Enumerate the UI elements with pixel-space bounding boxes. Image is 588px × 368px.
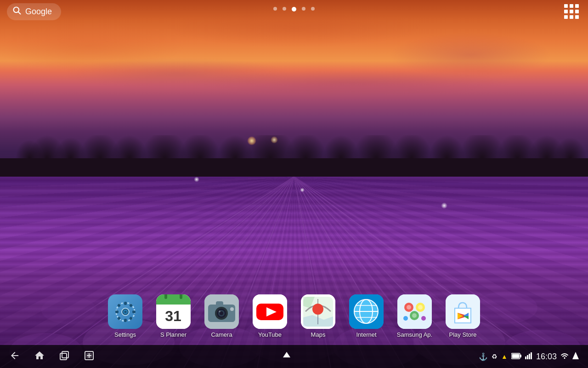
top-bar: Google [0, 0, 588, 23]
recent-apps-button[interactable] [59, 350, 70, 363]
svg-point-105 [564, 357, 565, 359]
svg-point-84 [412, 313, 417, 318]
svg-point-83 [418, 305, 423, 310]
svg-text:31: 31 [165, 308, 181, 324]
search-icon [12, 6, 22, 17]
svg-marker-106 [572, 352, 579, 359]
settings-label: Settings [114, 331, 136, 338]
svg-rect-43 [132, 310, 136, 313]
svg-rect-101 [525, 356, 526, 359]
svg-rect-99 [512, 354, 519, 358]
splanner-icon: 31 [156, 294, 191, 329]
svg-rect-92 [60, 353, 67, 360]
center-bar [280, 349, 293, 364]
app-dock: Settings 31 S Planner [0, 290, 588, 343]
svg-point-82 [407, 305, 411, 310]
camera-label: Camera [211, 331, 232, 338]
samsung-label: Samsung Ap. [397, 331, 432, 338]
screenshot-button[interactable] [84, 350, 95, 363]
svg-rect-54 [164, 294, 167, 299]
page-dot-4[interactable] [302, 7, 305, 11]
svg-line-37 [18, 12, 21, 14]
battery-icon [511, 353, 521, 361]
samsung-app[interactable]: Samsung Ap. [394, 294, 435, 338]
grid-icon [564, 4, 579, 19]
svg-point-49 [124, 310, 126, 313]
back-button[interactable] [9, 350, 20, 363]
all-apps-button[interactable] [562, 2, 581, 21]
svg-rect-103 [529, 354, 530, 359]
youtube-app[interactable]: YouTube [249, 294, 291, 338]
svg-rect-63 [216, 301, 223, 306]
svg-rect-93 [62, 351, 68, 358]
playstore-icon [446, 294, 480, 329]
google-search-bar[interactable]: Google [7, 3, 61, 20]
status-time: 16:03 [536, 352, 557, 362]
settings-icon [108, 294, 142, 329]
signal-strength-icon [572, 352, 579, 361]
page-indicators [273, 7, 315, 12]
internet-app[interactable]: Internet [346, 294, 387, 338]
wifi-icon [560, 352, 569, 361]
maps-label: Maps [311, 331, 326, 338]
sun-glow-1 [247, 136, 256, 145]
page-dot-1[interactable] [273, 7, 277, 11]
playstore-app[interactable]: Play Store [442, 294, 484, 338]
svg-point-85 [403, 316, 408, 321]
sparkle-3 [441, 202, 447, 209]
page-dot-3[interactable] [292, 7, 296, 12]
svg-rect-42 [115, 310, 119, 313]
splanner-label: S Planner [160, 331, 187, 338]
svg-point-86 [421, 316, 426, 321]
maps-icon [301, 294, 335, 329]
samsung-icon [397, 294, 432, 329]
camera-icon [204, 294, 239, 329]
svg-point-64 [230, 307, 234, 311]
svg-rect-41 [124, 319, 127, 322]
youtube-label: YouTube [258, 331, 282, 338]
status-bar: ⚓ ♻ ▲ 16:03 [0, 345, 588, 368]
status-icons: ⚓ ♻ ▲ 16:03 [479, 352, 579, 362]
signal-bars-icon [525, 352, 532, 361]
svg-rect-55 [180, 294, 182, 299]
youtube-icon [253, 294, 287, 329]
internet-icon [349, 294, 384, 329]
svg-rect-102 [527, 355, 528, 359]
settings-app[interactable]: Settings [105, 294, 146, 338]
svg-point-62 [219, 310, 220, 312]
svg-rect-104 [531, 352, 532, 359]
nav-buttons [9, 350, 95, 363]
svg-rect-52 [156, 301, 191, 305]
warning-icon: ▲ [501, 353, 508, 360]
usb-icon: ⚓ [479, 352, 488, 361]
maps-app[interactable]: Maps [298, 294, 339, 338]
sparkle-2 [300, 188, 305, 192]
playstore-label: Play Store [449, 331, 477, 338]
svg-rect-40 [124, 302, 127, 305]
page-dot-2[interactable] [283, 7, 286, 11]
camera-app[interactable]: Camera [201, 294, 243, 338]
svg-rect-100 [520, 355, 521, 357]
google-label: Google [25, 7, 52, 17]
internet-label: Internet [356, 331, 376, 338]
home-button[interactable] [34, 350, 45, 363]
sun-glow-2 [271, 136, 278, 144]
splanner-app[interactable]: 31 S Planner [153, 294, 194, 338]
drawer-up-button[interactable] [280, 349, 293, 364]
page-dot-5[interactable] [311, 7, 315, 11]
sync-icon: ♻ [492, 353, 498, 360]
